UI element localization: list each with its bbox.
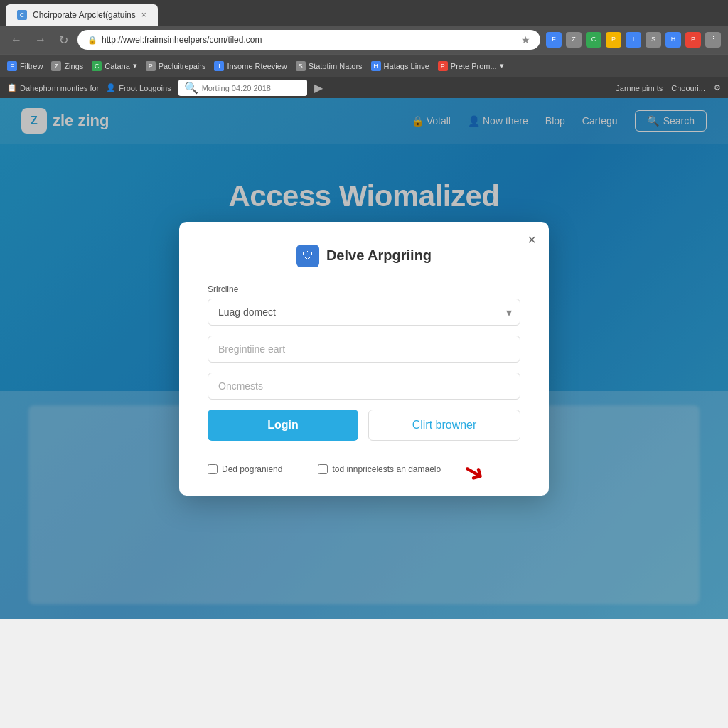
toolbar-btn-1[interactable]: 👤 Froot Loggoins [106,83,171,92]
select-wrapper[interactable]: Luag domect ▾ [208,299,520,326]
field-label: Srircline [208,284,520,294]
ext-icon-4[interactable]: P [606,32,621,48]
back-button[interactable]: ← [7,32,26,48]
url-text: http://wwel:fraimsinheelpers/com/tiled.c… [102,35,517,45]
bm-label-2: Catana [105,62,129,70]
ext-icon-7[interactable]: H [665,32,681,48]
bm-label-7: Prete Prom... [451,62,497,70]
browser-extensions: F Z C P I S H P ⋮ [546,32,721,48]
toolbar-icon-1: 👤 [106,83,116,92]
second-toolbar: 📋 Dahephom monties for 👤 Froot Loggoins … [0,77,728,98]
toolbar-btn-0[interactable]: 📋 Dahephom monties for [7,83,99,92]
ext-icon-2[interactable]: Z [566,32,582,48]
modal-overlay: × 🛡 Delve Arpgriing Srircline Luag domec… [0,98,728,619]
toolbar-search[interactable]: 🔍 [178,80,307,96]
checkbox1-text: Ded pograniend [222,464,282,474]
bm-label-0: Filtrew [20,62,43,70]
bm-icon-4: I [214,61,224,71]
ext-icon-8[interactable]: P [685,32,701,48]
password-input[interactable] [208,373,520,400]
tab-bar: C Chcirporate Arpclet(gatuins × [0,0,728,26]
bm-item-5[interactable]: S Statptim Nators [296,61,363,71]
modal-header: 🛡 Delve Arpgriing [208,245,520,267]
tab-favicon: C [17,10,27,20]
checkbox2-input[interactable] [318,464,328,474]
bm-item-2[interactable]: C Catana▾ [92,61,136,71]
url-bar[interactable]: 🔒 http://wwel:fraimsinheelpers/com/tiled… [77,30,540,50]
checkbox-row: Ded pograniend ➜ tod innpricelests an da… [208,464,520,474]
toolbar-text-0: Dahephom monties for [20,84,99,92]
bm-item-3[interactable]: P Pacluitrepairs [146,61,206,71]
address-bar: ← → ↻ 🔒 http://wwel:fraimsinheelpers/com… [0,26,728,54]
toolbar-text-1: Froot Loggoins [119,84,171,92]
bm-icon-1: Z [51,61,61,71]
toolbar-right: Jarnne pim ts Choouri... ⚙ [616,83,721,92]
toolbar-right-0: Jarnne pim ts [616,84,663,92]
website: Z zle zing 🔒 Votall 👤 Now there Blop Car… [0,98,728,619]
toolbar-search-input[interactable] [202,84,301,92]
settings-icon[interactable]: ⚙ [714,83,721,92]
tab-title: Chcirporate Arpclet(gatuins [33,10,136,20]
bm-icon-0: F [7,61,17,71]
bm-label-6: Hatags Linve [384,62,429,70]
refresh-button[interactable]: ↻ [55,32,72,48]
browser-chrome: C Chcirporate Arpclet(gatuins × ← → ↻ 🔒 … [0,0,728,98]
select-input[interactable]: Luag domect [208,299,520,326]
checkbox2-label[interactable]: tod innpricelests an damaelo [318,464,441,474]
forward-button[interactable]: → [31,32,50,48]
username-input[interactable] [208,336,520,363]
bm-item-0[interactable]: F Filtrew [7,61,43,71]
ext-icon-menu[interactable]: ⋮ [705,32,721,48]
bm-icon-3: P [146,61,156,71]
bm-item-4[interactable]: I Insome Rteeview [214,61,287,71]
bm-icon-7: P [438,61,448,71]
tab-close-icon[interactable]: × [141,10,146,20]
bm-label-4: Insome Rteeview [227,62,287,70]
modal-actions: Login Clirt browner [208,410,520,441]
active-tab[interactable]: C Chcirporate Arpclet(gatuins × [6,4,158,26]
modal-logo-icon: 🛡 [296,245,319,267]
bm-label-3: Pacluitrepairs [159,62,206,70]
star-icon: ★ [521,34,530,46]
toolbar-left: 📋 Dahephom monties for 👤 Froot Loggoins … [7,80,607,96]
ext-icon-3[interactable]: C [586,32,601,48]
bm-icon-6: H [371,61,381,71]
ext-icon-1[interactable]: F [546,32,562,48]
checkbox2-text: tod innpricelests an damaelo [332,464,441,474]
cancel-button[interactable]: Clirt browner [368,410,520,441]
login-button[interactable]: Login [208,410,358,441]
bookmarks-bar: F Filtrew Z Zings C Catana▾ P Pacluitrep… [0,54,728,77]
bm-item-6[interactable]: H Hatags Linve [371,61,429,71]
toolbar-label-0: 📋 [7,83,17,92]
lock-icon: 🔒 [87,36,97,45]
modal-title: Delve Arpgriing [326,247,432,264]
modal-close-button[interactable]: × [528,232,536,248]
search-icon: 🔍 [184,81,198,95]
toolbar-arrow-icon: ▶ [314,81,323,95]
login-modal: × 🛡 Delve Arpgriing Srircline Luag domec… [179,222,549,496]
bm-label-1: Zings [64,62,83,70]
bm-icon-2: C [92,61,102,71]
checkbox1-input[interactable] [208,464,218,474]
bm-item-7[interactable]: P Prete Prom...▾ [438,61,504,71]
ext-icon-5[interactable]: I [626,32,641,48]
red-arrow-icon: ➜ [458,454,491,490]
checkbox1-label[interactable]: Ded pograniend [208,464,282,474]
toolbar-right-1: Choouri... [671,84,705,92]
bm-icon-5: S [296,61,306,71]
bm-item-1[interactable]: Z Zings [51,61,83,71]
bm-label-5: Statptim Nators [309,62,363,70]
website-container: Z zle zing 🔒 Votall 👤 Now there Blop Car… [0,98,728,619]
ext-icon-6[interactable]: S [646,32,661,48]
